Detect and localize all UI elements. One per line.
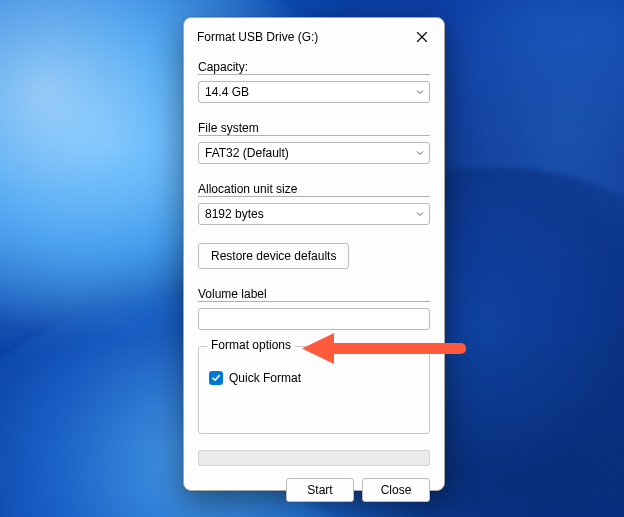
window-title: Format USB Drive (G:) <box>197 30 318 44</box>
close-button-label: Close <box>381 483 412 497</box>
allocation-label: Allocation unit size <box>198 182 430 197</box>
quick-format-checkbox[interactable] <box>209 371 223 385</box>
window-close-button[interactable] <box>408 26 436 48</box>
dialog-body: Capacity: 14.4 GB File system FAT32 (Def… <box>184 52 444 466</box>
progress-bar <box>198 450 430 466</box>
titlebar: Format USB Drive (G:) <box>184 18 444 52</box>
filesystem-label: File system <box>198 121 430 136</box>
format-options-legend: Format options <box>207 338 295 352</box>
allocation-select[interactable]: 8192 bytes <box>198 203 430 225</box>
close-icon <box>416 31 428 43</box>
format-options-group: Format options Quick Format <box>198 346 430 434</box>
close-button[interactable]: Close <box>362 478 430 502</box>
capacity-select[interactable]: 14.4 GB <box>198 81 430 103</box>
filesystem-value: FAT32 (Default) <box>205 146 289 160</box>
capacity-value: 14.4 GB <box>205 85 249 99</box>
format-dialog: Format USB Drive (G:) Capacity: 14.4 GB … <box>183 17 445 491</box>
chevron-down-icon <box>416 89 424 95</box>
quick-format-label: Quick Format <box>229 371 301 385</box>
chevron-down-icon <box>416 211 424 217</box>
dialog-footer: Start Close <box>184 466 444 516</box>
volume-label-label: Volume label <box>198 287 430 302</box>
restore-defaults-button[interactable]: Restore device defaults <box>198 243 349 269</box>
start-button-label: Start <box>307 483 332 497</box>
chevron-down-icon <box>416 150 424 156</box>
restore-defaults-label: Restore device defaults <box>211 249 336 263</box>
filesystem-select[interactable]: FAT32 (Default) <box>198 142 430 164</box>
allocation-value: 8192 bytes <box>205 207 264 221</box>
capacity-label: Capacity: <box>198 60 430 75</box>
start-button[interactable]: Start <box>286 478 354 502</box>
volume-label-input[interactable] <box>198 308 430 330</box>
check-icon <box>211 373 221 383</box>
quick-format-row[interactable]: Quick Format <box>209 371 419 385</box>
